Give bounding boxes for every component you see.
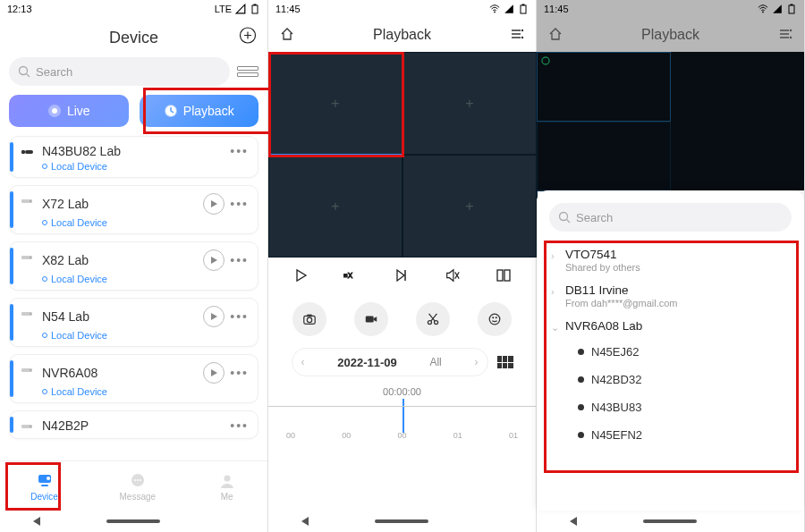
clip-button[interactable]: [416, 302, 450, 336]
thumbnail-button[interactable]: [497, 356, 513, 368]
device-status: Local Device: [42, 330, 249, 341]
play-button[interactable]: [203, 193, 225, 215]
svg-rect-34: [497, 270, 503, 281]
grid-cell-4[interactable]: +: [402, 155, 537, 258]
svg-point-8: [21, 150, 25, 154]
more-button[interactable]: •••: [230, 418, 249, 433]
record-button[interactable]: [354, 302, 388, 336]
back-button[interactable]: [33, 517, 40, 526]
svg-point-15: [30, 313, 31, 315]
play-button[interactable]: [203, 362, 225, 384]
status-time: 11:45: [275, 4, 301, 14]
svg-rect-38: [308, 315, 312, 317]
system-nav: [0, 511, 267, 532]
status-right: [489, 4, 529, 14]
more-button[interactable]: •••: [230, 309, 249, 324]
home-button[interactable]: [106, 519, 160, 523]
search-icon: [558, 211, 571, 224]
search-input[interactable]: Search: [549, 203, 792, 232]
highlight-playback-tab: [143, 88, 272, 134]
fisheye-button[interactable]: [478, 302, 512, 336]
signal-icon: [504, 4, 514, 14]
play-button[interactable]: [203, 249, 225, 271]
grid-cell-1[interactable]: [537, 52, 671, 122]
device-card[interactable]: NVR6A08•••Local Device: [9, 354, 258, 403]
home-button[interactable]: [547, 26, 564, 45]
home-button[interactable]: [375, 519, 428, 523]
tab-live[interactable]: Live: [9, 95, 129, 127]
play-button[interactable]: [203, 306, 225, 327]
home-button[interactable]: [279, 26, 295, 45]
svg-rect-39: [366, 316, 374, 322]
prev-day-button[interactable]: ‹: [301, 356, 305, 368]
device-card[interactable]: N54 Lab•••Local Device: [9, 298, 258, 347]
svg-point-27: [224, 475, 230, 481]
home-button[interactable]: [643, 519, 697, 523]
record-icon: [364, 312, 378, 326]
device-status: Local Device: [42, 217, 249, 228]
page-title: Playback: [641, 27, 699, 43]
svg-rect-46: [789, 5, 794, 13]
device-type-icon: [21, 195, 35, 204]
signal-icon: [772, 4, 783, 14]
grid-cell-2[interactable]: [537, 122, 671, 191]
grid-cell-3[interactable]: +: [268, 155, 402, 258]
device-card[interactable]: X82 Lab•••Local Device: [9, 241, 258, 291]
device-card[interactable]: N42B2P•••: [9, 410, 258, 439]
timeline[interactable]: 00:00:00 0000000101: [268, 381, 536, 452]
back-button[interactable]: [301, 517, 309, 526]
back-button[interactable]: [570, 517, 577, 526]
device-name: N43BU82 Lab: [42, 144, 230, 158]
status-time: 11:45: [544, 4, 569, 14]
add-device-button[interactable]: [239, 27, 257, 49]
next-frame-button[interactable]: [394, 267, 410, 286]
nav-me[interactable]: Me: [217, 471, 237, 502]
date-picker[interactable]: ‹ 2022-11-09 All ›: [292, 348, 488, 376]
svg-rect-0: [252, 5, 258, 13]
menu-button[interactable]: [509, 26, 525, 45]
device-list[interactable]: N43BU82 Lab•••Local DeviceX72 Lab•••Loca…: [0, 136, 267, 460]
snapshot-button[interactable]: [292, 302, 326, 336]
status-bar: 11:45: [537, 0, 804, 18]
svg-rect-47: [791, 4, 793, 6]
svg-point-44: [495, 317, 496, 318]
status-dot-icon: [42, 389, 47, 394]
next-day-button[interactable]: ›: [475, 356, 479, 368]
tab-live-label: Live: [67, 104, 90, 118]
screen-device-list: 12:13 LTE Device Search Live Playback: [0, 0, 268, 532]
search-input[interactable]: Search: [9, 57, 230, 86]
svg-point-43: [492, 317, 494, 318]
svg-point-51: [560, 213, 568, 221]
svg-text:≡X: ≡X: [343, 272, 353, 280]
device-name: N42B2P: [42, 418, 230, 433]
device-card[interactable]: X72 Lab•••Local Device: [9, 185, 258, 234]
svg-point-13: [30, 257, 31, 258]
highlight-device-list: [544, 241, 799, 473]
date-value: 2022-11-09: [337, 356, 397, 369]
status-dot-icon: [42, 276, 47, 282]
status-bar: 11:45: [268, 0, 536, 18]
more-button[interactable]: •••: [230, 366, 249, 380]
more-button[interactable]: •••: [230, 144, 249, 158]
timeline-ticks: 0000000101: [268, 431, 536, 440]
header: Playback: [537, 18, 804, 52]
more-button[interactable]: •••: [230, 197, 249, 211]
device-card[interactable]: N43BU82 Lab•••Local Device: [9, 136, 258, 178]
svg-point-32: [521, 36, 523, 38]
menu-button[interactable]: [777, 26, 793, 45]
view-toggle-button[interactable]: [237, 61, 258, 82]
filter-value[interactable]: All: [429, 356, 441, 368]
svg-point-11: [30, 200, 31, 202]
timeline-time: 00:00:00: [268, 386, 536, 397]
more-button[interactable]: •••: [230, 253, 249, 267]
fisheye-icon: [487, 312, 502, 326]
svg-point-24: [134, 479, 136, 481]
layout-button[interactable]: [496, 267, 512, 286]
nav-message[interactable]: Message: [119, 471, 156, 502]
speed-button[interactable]: ≡X: [343, 267, 360, 286]
mute-button[interactable]: [445, 267, 461, 286]
svg-rect-9: [25, 150, 33, 154]
device-name: N54 Lab: [42, 309, 203, 324]
play-button[interactable]: [292, 267, 309, 286]
grid-cell-2[interactable]: +: [402, 52, 537, 155]
